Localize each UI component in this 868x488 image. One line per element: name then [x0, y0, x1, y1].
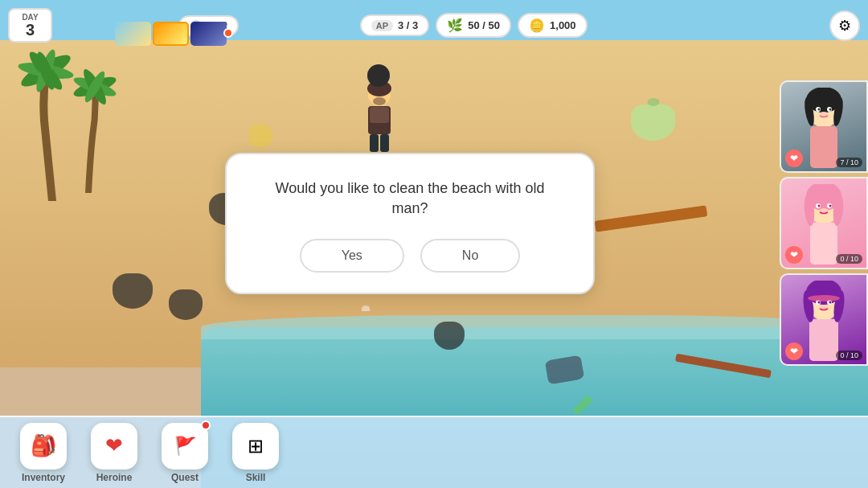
- ap-value: 3 / 3: [398, 19, 418, 31]
- nav-inventory[interactable]: 🎒 Inventory: [8, 419, 79, 487]
- coins-stat: 🪙 1,000: [518, 13, 588, 38]
- day-number: 3: [18, 22, 43, 38]
- skill-icon-wrap: ⊞: [232, 423, 279, 470]
- gear-icon: ⚙: [838, 17, 851, 35]
- quest-icon-container: 🚩: [162, 423, 208, 470]
- yes-button[interactable]: Yes: [300, 239, 404, 273]
- svg-point-46: [808, 295, 840, 301]
- char-1-heart-score: 7 / 10: [836, 158, 862, 167]
- char-2-heart-icon: ❤: [785, 246, 803, 264]
- inventory-label: Inventory: [22, 472, 65, 483]
- time-tab-morning[interactable]: [115, 22, 151, 46]
- settings-button[interactable]: ⚙: [829, 10, 860, 41]
- svg-rect-15: [380, 134, 389, 152]
- char-3-heart-score: 0 / 10: [836, 351, 862, 360]
- trash-bag-4: [434, 322, 465, 350]
- stats-bar: AP 3 / 3 🌿 50 / 50 🪙 1,000: [360, 13, 588, 38]
- time-tab-noon[interactable]: [153, 22, 189, 46]
- ap-label: AP: [371, 20, 393, 31]
- inventory-icon: 🎒: [31, 433, 56, 458]
- heroine-label: Heroine: [96, 472, 133, 483]
- svg-point-42: [818, 301, 821, 304]
- dialogue-buttons: Yes No: [259, 239, 561, 273]
- coin-icon: 🪙: [529, 18, 545, 33]
- char-2-heart-score: 0 / 10: [836, 254, 862, 264]
- svg-rect-14: [370, 134, 379, 152]
- svg-rect-28: [810, 223, 837, 265]
- trash-bag-2: [113, 273, 153, 309]
- npc-character: [359, 80, 399, 156]
- time-tab-night[interactable]: [190, 22, 227, 46]
- inventory-icon-wrap: 🎒: [20, 423, 67, 470]
- npc-bubble: [367, 64, 390, 87]
- quest-icon: 🚩: [174, 436, 196, 457]
- character-panel-1[interactable]: ❤ 7 / 10: [780, 80, 868, 173]
- energy-value: 50 / 50: [468, 19, 500, 31]
- character-panel-3[interactable]: ❤ 0 / 10: [780, 273, 868, 366]
- time-tabs: [115, 22, 227, 46]
- skill-label: Skill: [246, 472, 266, 483]
- game-canvas: DAY 3 🕐 SKIP AP 3 / 3 🌿 50 / 50: [0, 0, 868, 488]
- shell-2: [362, 306, 370, 311]
- trash-bag-3: [169, 289, 203, 320]
- svg-point-43: [829, 301, 832, 304]
- energy-stat: 🌿 50 / 50: [436, 13, 511, 38]
- heroine-icon-wrap: ❤: [91, 423, 137, 470]
- svg-rect-38: [809, 319, 838, 361]
- skill-icon: ⊞: [248, 435, 264, 457]
- svg-point-22: [818, 109, 821, 111]
- palm-tree-1: [12, 40, 92, 204]
- nav-heroine[interactable]: ❤ Heroine: [79, 419, 149, 487]
- quest-notification-dot: [201, 420, 211, 430]
- no-button[interactable]: No: [420, 239, 520, 273]
- svg-point-11: [373, 97, 386, 105]
- svg-point-32: [818, 205, 821, 207]
- dialogue-box: Would you like to clean the beach with o…: [225, 153, 595, 294]
- character-panels: ❤ 7 / 10: [780, 80, 868, 366]
- hud-top: DAY 3 🕐 SKIP AP 3 / 3 🌿 50 / 50: [0, 8, 868, 43]
- ap-stat: AP 3 / 3: [360, 14, 430, 36]
- bottom-nav: 🎒 Inventory ❤ Heroine 🚩 Quest ⊞: [0, 416, 868, 488]
- nav-quest[interactable]: 🚩 Quest: [149, 419, 220, 487]
- char-3-heart-icon: ❤: [785, 342, 803, 360]
- svg-point-23: [829, 109, 832, 111]
- nav-skill[interactable]: ⊞ Skill: [220, 419, 291, 487]
- quest-label: Quest: [171, 472, 199, 483]
- heroine-icon: ❤: [105, 433, 123, 458]
- svg-rect-18: [810, 126, 837, 168]
- green-bag: [631, 105, 675, 141]
- char-1-heart-icon: ❤: [785, 150, 803, 167]
- energy-icon: 🌿: [447, 18, 463, 33]
- character-panel-2[interactable]: ❤ 0 / 10: [780, 177, 868, 269]
- svg-rect-13: [370, 107, 389, 123]
- quest-icon-wrap: 🚩: [162, 423, 208, 470]
- svg-point-33: [829, 205, 832, 207]
- time-indicator: [223, 28, 233, 38]
- dialogue-text: Would you like to clean the beach with o…: [259, 178, 561, 219]
- coins-value: 1,000: [550, 19, 576, 31]
- day-counter: DAY 3: [8, 8, 52, 43]
- litter-yellow-1: [249, 125, 273, 147]
